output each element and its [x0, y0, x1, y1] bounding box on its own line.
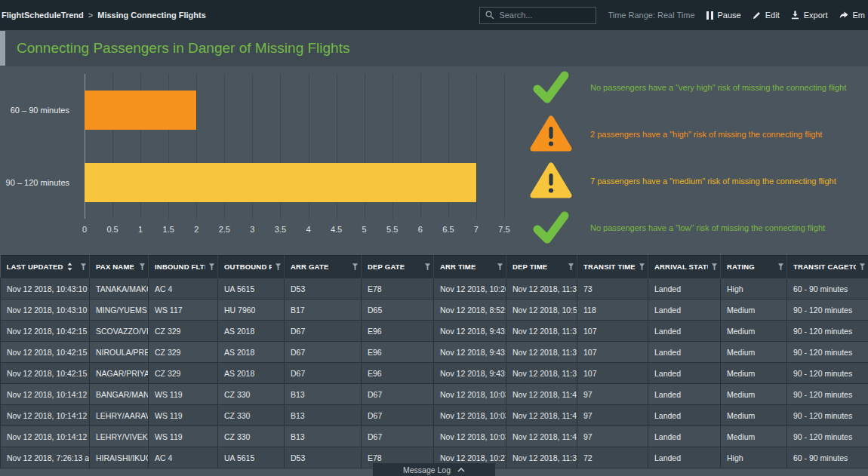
table-cell: NAGAR/PRIYA [90, 363, 149, 384]
column-header-rating[interactable]: RATING [721, 256, 787, 278]
table-cell: LEHRY/VIVEKMR [90, 426, 149, 447]
email-button[interactable]: Em [839, 11, 866, 20]
x-tick-label: 0.5 [106, 225, 118, 234]
table-cell: NIROULA/PREM [90, 342, 149, 363]
table-cell: LEHRY/AARAVMSTR [90, 405, 149, 426]
breadcrumb: FlightScheduleTrend > Missing Connecting… [2, 11, 206, 20]
x-tick-label: 2.5 [219, 225, 230, 234]
filter-icon[interactable] [425, 263, 430, 270]
status-item: 2 passengers have a "high" risk of missi… [528, 113, 865, 155]
filter-icon[interactable] [352, 263, 358, 270]
table-cell: Medium [721, 363, 787, 384]
chart-bar[interactable] [85, 91, 196, 130]
table-cell: AS 2018 [218, 363, 285, 384]
table-cell: CZ 329 [149, 363, 218, 384]
table-cell: D67 [285, 363, 362, 384]
table-cell: BANGAR/MANIMRS [90, 384, 149, 405]
pause-button[interactable]: Pause [706, 11, 741, 20]
filter-icon[interactable] [639, 263, 645, 270]
filter-icon[interactable] [140, 263, 145, 270]
table-cell: Nov 12 2018, 11:40:00 am [506, 426, 577, 447]
filter-icon[interactable] [860, 263, 865, 270]
table-cell: 118 [577, 299, 648, 321]
column-header-pax-name[interactable]: PAX NAME [90, 256, 149, 278]
column-header-arrival-status[interactable]: ARRIVAL STATUS [648, 256, 721, 278]
column-header-arr-time[interactable]: ARR TIME [434, 256, 506, 278]
table-cell: Nov 12 2018, 10:14:12 am [1, 405, 90, 426]
table-row[interactable]: Nov 12 2018, 10:43:10 amMING/YUEMSWS 117… [1, 299, 868, 321]
column-header-transit-cagetory[interactable]: TRANSIT CAGETORY [787, 256, 868, 278]
sheet-title-bar: Connecting Passengers in Danger of Missi… [0, 30, 868, 66]
status-list: No passengers have a "very high" risk of… [522, 66, 868, 255]
column-header-dep-gate[interactable]: DEP GATE [362, 256, 434, 278]
filter-icon[interactable] [209, 263, 214, 270]
table-cell: WS 119 [149, 426, 218, 447]
sort-icon[interactable] [67, 263, 72, 271]
table-row[interactable]: Nov 12 2018, 10:42:15 amSCOVAZZO/VINCECZ… [1, 321, 868, 342]
filter-icon[interactable] [275, 263, 281, 270]
warning-triangle-icon [528, 115, 574, 153]
status-text: No passengers have a "very high" risk of… [590, 83, 846, 92]
table-cell: Landed [648, 342, 721, 363]
table-cell: E96 [362, 321, 434, 342]
table-cell: Nov 12 2018, 10:42:15 am [1, 363, 90, 384]
filter-icon[interactable] [778, 263, 783, 270]
message-log-tab[interactable]: Message Log [373, 463, 495, 476]
table-row[interactable]: Nov 12 2018, 10:42:15 amNAGAR/PRIYACZ 32… [1, 363, 868, 384]
table-cell: WS 119 [149, 405, 218, 426]
table-cell: 107 [577, 363, 648, 384]
table-cell: D67 [285, 342, 362, 363]
search-box[interactable] [479, 7, 596, 24]
table-cell: 90 - 120 minutes [787, 321, 868, 342]
table-cell: High [721, 278, 787, 299]
message-log-label: Message Log [403, 465, 451, 474]
column-header-last-updated[interactable]: LAST UPDATED [1, 256, 90, 278]
gridline [504, 74, 505, 219]
table-cell: 90 - 120 minutes [787, 363, 868, 384]
table-cell: Nov 12 2018, 10:03:00 am [434, 426, 506, 447]
table-row[interactable]: Nov 12 2018, 10:42:15 amNIROULA/PREMCZ 3… [1, 342, 868, 363]
table-cell: Medium [721, 342, 787, 363]
table-row[interactable]: Nov 12 2018, 10:14:12 amLEHRY/VIVEKMRWS … [1, 426, 868, 447]
x-tick-label: 1.5 [163, 225, 174, 234]
table-cell: UA 5615 [218, 278, 285, 299]
status-item: No passengers have a "very high" risk of… [528, 66, 865, 109]
x-tick-label: 2 [194, 225, 199, 234]
x-tick-label: 6.5 [442, 225, 454, 234]
column-header-dep-time[interactable]: DEP TIME [506, 256, 577, 278]
column-header-inbound-fltno[interactable]: INBOUND FLTNO [149, 256, 218, 278]
column-label: TRANSIT TIME [583, 263, 636, 271]
table-cell: Nov 12 2018, 11:40:00 am [506, 405, 577, 426]
table-cell: AS 2018 [218, 342, 285, 363]
column-header-arr-gate[interactable]: ARR GATE [285, 256, 362, 278]
edit-button[interactable]: Edit [753, 11, 780, 20]
filter-icon[interactable] [497, 263, 503, 270]
table-cell: Nov 12 2018, 10:14:12 am [1, 426, 90, 447]
table-cell: Nov 12 2018, 11:30:00 am [506, 342, 577, 363]
table-cell: Landed [648, 299, 721, 321]
table-row[interactable]: Nov 12 2018, 10:43:10 amTANAKA/MAKOTOMRA… [1, 278, 868, 299]
column-label: ARRIVAL STATUS [654, 263, 708, 271]
table-cell: B13 [285, 384, 362, 405]
filter-icon[interactable] [81, 263, 86, 270]
table-header-row: LAST UPDATEDPAX NAMEINBOUND FLTNOOUTBOUN… [1, 256, 868, 278]
search-input[interactable] [499, 11, 590, 20]
table-cell: Nov 12 2018, 10:43:10 am [1, 278, 90, 299]
table-cell: 97 [577, 384, 648, 405]
x-tick-label: 7 [474, 225, 479, 234]
x-tick-label: 5.5 [386, 225, 398, 234]
column-header-outbound-fltno[interactable]: OUTBOUND FLTNO [218, 256, 285, 278]
table-cell: 73 [577, 278, 648, 299]
filter-icon[interactable] [712, 263, 717, 270]
filter-icon[interactable] [568, 263, 574, 270]
bar-chart-categories: 60 – 90 minutes90 – 120 minutes [0, 74, 78, 219]
breadcrumb-root[interactable]: FlightScheduleTrend [2, 11, 84, 20]
table-cell: D67 [362, 405, 434, 426]
time-range-label: Time Range: Real Time [608, 11, 694, 20]
table-cell: CZ 330 [218, 384, 285, 405]
table-row[interactable]: Nov 12 2018, 10:14:12 amBANGAR/MANIMRSWS… [1, 384, 868, 405]
table-row[interactable]: Nov 12 2018, 10:14:12 amLEHRY/AARAVMSTRW… [1, 405, 868, 426]
column-header-transit-time[interactable]: TRANSIT TIME [577, 256, 648, 278]
chart-bar[interactable] [85, 163, 476, 202]
export-button[interactable]: Export [791, 11, 828, 20]
